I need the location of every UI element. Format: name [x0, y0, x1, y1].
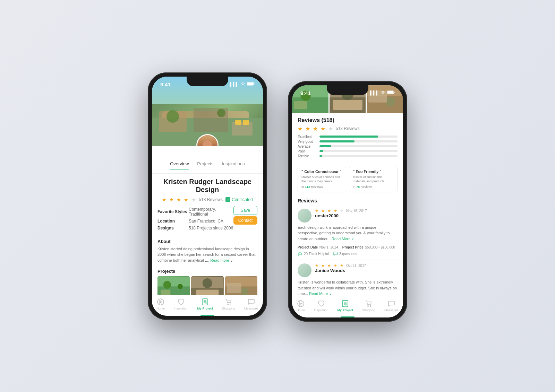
nav-shopping-2[interactable]: Shopping: [362, 300, 375, 312]
reviews-list-title: Reviews: [292, 195, 403, 205]
myproject-icon: [201, 298, 209, 306]
star-3: ★: [177, 197, 181, 202]
project-thumb-2[interactable]: [191, 276, 223, 295]
wifi-icon-2: [381, 90, 385, 95]
nav-home-2[interactable]: Home: [297, 300, 305, 312]
reviewer-1-info: ★ ★ ★ ★ ★ Nov 16, 2017 ucsfer2000: [315, 209, 398, 218]
overall-star-1: ★: [298, 125, 302, 132]
r2-star-5: ★: [340, 263, 343, 268]
project-grid: [157, 276, 257, 295]
svg-point-3: [166, 110, 179, 123]
notch: [187, 77, 228, 86]
nav-inspiration-label: Inspiration: [174, 307, 188, 310]
nav-myproject[interactable]: My Project: [197, 298, 213, 310]
home-icon: [157, 298, 164, 306]
bar-verygood: Very good: [298, 140, 398, 143]
review-2-date: Oct 31, 2017: [346, 264, 366, 268]
r1-project-price: Project Price $50,000 - $100,000: [342, 244, 395, 250]
overall-rating: ★ ★ ★ ★ ★ 518 Reviews: [298, 125, 398, 132]
r2-star-4: ★: [334, 263, 337, 268]
nav-inspiration-2[interactable]: Inspiration: [314, 300, 328, 312]
bottom-nav-2: Home Inspiration My Project Shopping Mes…: [292, 297, 403, 317]
overall-count: 518 Reviews: [336, 126, 360, 131]
review-2-header: ★ ★ ★ ★ ★ Oct 31, 2017 Janice Woods: [298, 263, 398, 277]
questions-1[interactable]: 3 questions: [333, 251, 357, 256]
avatar: [196, 134, 219, 146]
svg-point-49: [386, 97, 395, 106]
read-more-2[interactable]: Read More: [309, 291, 328, 296]
r2-star-3: ★: [327, 263, 331, 268]
nav-messages-label-2: Messages: [384, 308, 399, 312]
nav-inspiration[interactable]: Inspiration: [174, 298, 188, 310]
nav-messages[interactable]: Messages: [244, 298, 258, 310]
about-title: About: [157, 239, 257, 244]
star-4: ★: [184, 197, 188, 202]
nav-shopping[interactable]: Shopping: [222, 298, 235, 310]
r2-star-1: ★: [315, 263, 318, 268]
read-more-1[interactable]: Read More: [332, 237, 350, 241]
nav-myproject-2[interactable]: My Project: [337, 300, 353, 312]
reviews-header: Reviews (518) ★ ★ ★ ★ ★ 518 Reviews Exce…: [292, 113, 403, 163]
svg-rect-38: [394, 92, 395, 93]
favorite-styles-row: Favorite Styles Contemporary, Traditiona…: [157, 206, 233, 218]
tab-overview[interactable]: Overview: [170, 161, 189, 169]
reviewer-1-name: ucsfer2000: [315, 213, 398, 218]
certified-badge: ✓ Certificated: [225, 197, 253, 202]
svg-rect-7: [243, 120, 249, 125]
signal-icon-2: ▌▌▌: [370, 90, 379, 95]
overall-star-5-empty: ★: [328, 125, 333, 132]
review-item-1: ★ ★ ★ ★ ★ Nov 16, 2017 ucsfer2000 Each d…: [292, 205, 403, 260]
projects-title: Projects: [157, 269, 257, 274]
svg-rect-42: [294, 101, 307, 109]
bar-label-1: Very good: [298, 140, 317, 143]
phone-1: 9:41 ▌▌▌ Overview Projects Inspirations …: [148, 72, 267, 320]
myproject-icon-2: [341, 300, 349, 307]
bar-track-1: [319, 140, 398, 142]
reviewer-2-name: Janice Woods: [315, 268, 398, 273]
helpful-1[interactable]: 20 Think Helpful: [298, 251, 329, 256]
save-button[interactable]: Save: [233, 206, 257, 215]
review-1-date: Nov 16, 2017: [346, 209, 367, 213]
read-more-link[interactable]: Read more: [210, 258, 229, 262]
bar-fill-2: [319, 145, 331, 147]
badge-quote-1: " Eco Friendly ": [353, 169, 394, 174]
svg-point-18: [203, 278, 212, 288]
review-1-meta: Project Date Nov 1, 2014 Project Price $…: [298, 244, 398, 250]
profile-section: Kristen Rudger Landscape Design ★ ★ ★ ★ …: [152, 174, 263, 236]
home-icon-2: [297, 300, 305, 307]
about-text: Kristen started doing professional lands…: [157, 246, 257, 263]
tab-inspirations[interactable]: Inspirations: [222, 161, 245, 169]
svg-point-34: [227, 304, 228, 305]
project-thumb-1[interactable]: [157, 276, 190, 295]
svg-point-63: [370, 305, 371, 306]
bar-label-3: Poor: [298, 149, 317, 153]
svg-rect-6: [235, 120, 241, 125]
svg-rect-10: [254, 83, 255, 85]
badge-count-0: In 112 Reviews: [301, 185, 342, 189]
contact-button[interactable]: Contact: [233, 216, 257, 225]
svg-point-14: [178, 284, 183, 289]
star-1: ★: [162, 197, 166, 202]
reviewer-2-rating: ★ ★ ★ ★ ★ Oct 31, 2017: [315, 263, 398, 268]
bar-terrible: Terrible: [298, 154, 398, 158]
star-2: ★: [169, 197, 174, 202]
svg-rect-37: [387, 91, 393, 94]
nav-home[interactable]: Home: [156, 298, 165, 310]
nav-messages-2[interactable]: Messages: [384, 300, 399, 312]
r1-project-date: Project Date Nov 1, 2014: [298, 244, 338, 250]
status-time-2: 9:41: [300, 90, 311, 96]
svg-point-62: [367, 305, 368, 306]
r1-star-2: ★: [321, 209, 325, 213]
svg-rect-51: [333, 252, 338, 255]
nav-shopping-label-2: Shopping: [362, 308, 375, 312]
shopping-icon: [225, 298, 232, 306]
project-thumb-3[interactable]: [225, 276, 257, 295]
notch-2: [327, 85, 368, 95]
rating-row: ★ ★ ★ ★ ★ 518 Reviews ✓ Certificated: [157, 197, 257, 203]
review-1-actions: 20 Think Helpful 3 questions: [298, 251, 398, 256]
about-section: About Kristen started doing professional…: [152, 236, 263, 266]
review-2-text: Kristen is wonderful to collaborate with…: [298, 279, 398, 296]
nav-active-bar-2: [341, 316, 355, 317]
tab-projects[interactable]: Projects: [197, 161, 213, 169]
svg-rect-9: [247, 82, 253, 85]
